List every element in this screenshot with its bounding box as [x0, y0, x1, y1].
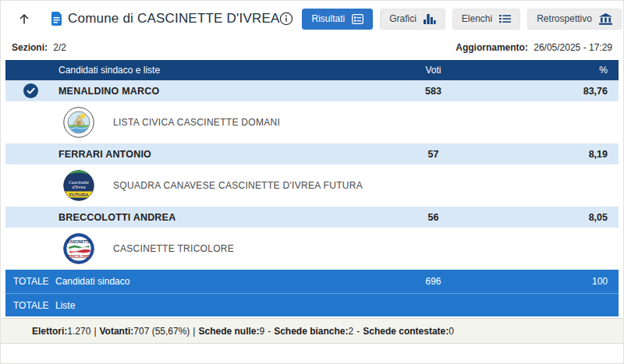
list-name: CASCINETTE TRICOLORE	[113, 243, 234, 254]
sections-counter: Sezioni: 2/2	[12, 42, 66, 53]
contested-ballots-value: 0	[448, 326, 454, 337]
candidate-row-ferrari: FERRARI ANTONIO 57 8,19	[5, 143, 619, 164]
total-label: TOTALE	[5, 276, 55, 287]
party-logo-tricolore: CASCINETTE TRICOLORE	[63, 233, 94, 264]
document-icon	[51, 12, 62, 26]
toolbar: Risultati Grafici Elenchi Retrospettivo …	[279, 9, 624, 30]
logo-top-text: CASCINETTE	[67, 240, 90, 244]
tab-elenchi[interactable]: Elenchi	[452, 9, 520, 30]
last-update-label: Aggiornamento:	[456, 42, 528, 53]
candidate-name: BRECCOLOTTI ANDREA	[55, 212, 357, 223]
logo-band-text: FUTURA	[69, 193, 89, 197]
list-icon	[499, 14, 511, 23]
blank-ballots-label: Schede bianche:	[274, 326, 348, 337]
electors-value: 1.270	[67, 326, 90, 337]
list-name: SQUADRA CANAVESE CASCINETTE D'IVREA FUTU…	[113, 180, 363, 191]
candidate-name: MENALDINO MARCO	[55, 86, 357, 97]
candidate-name: FERRARI ANTONIO	[55, 149, 357, 160]
total-name: Liste	[55, 300, 357, 311]
scroll-top-button[interactable]	[12, 11, 37, 27]
candidate-votes: 583	[357, 86, 509, 97]
sections-value: 2/2	[53, 42, 66, 53]
tab-risultati[interactable]: Risultati	[302, 9, 373, 30]
total-row-candidates: TOTALE Candidati sindaco 696 100	[5, 270, 619, 293]
tab-retrospettivo-label: Retrospettivo	[537, 13, 592, 24]
voters-value: 707 (55,67%)	[133, 326, 190, 337]
candidate-votes: 56	[357, 212, 509, 223]
bank-icon	[599, 13, 612, 25]
page-title: Comune di CASCINETTE D'IVREA	[68, 11, 279, 27]
voters-label: Votanti:	[100, 326, 134, 337]
info-icon[interactable]	[279, 12, 293, 26]
topbar: Comune di CASCINETTE D'IVREA Risultati G…	[1, 1, 623, 37]
results-table: Candidati sindaco e liste Voti % MENALDI…	[5, 60, 619, 316]
null-ballots-label: Schede nulle:	[198, 326, 259, 337]
tab-grafici-label: Grafici	[389, 13, 417, 24]
blank-ballots-value: 2	[349, 326, 354, 337]
list-name: LISTA CIVICA CASCINETTE DOMANI	[113, 117, 280, 128]
total-votes: 696	[357, 276, 509, 287]
electors-label: Elettori:	[32, 326, 67, 337]
total-label: TOTALE	[5, 300, 55, 311]
elected-check-icon	[23, 83, 38, 98]
contested-ballots-label: Schede contestate:	[363, 326, 448, 337]
up-arrow-icon	[18, 12, 30, 25]
list-row-futura: Cascinette d'Ivrea FUTURA SQUADRA CANAVE…	[5, 164, 619, 207]
column-header-percent: %	[509, 65, 619, 76]
separator: -	[268, 326, 271, 337]
logo-bottom-text: TRICOLORE	[68, 255, 89, 259]
list-row-cascinette-domani: LISTA CIVICA CASCINETTE DOMANI	[5, 101, 619, 143]
results-list-icon	[352, 14, 363, 24]
separator: -	[356, 326, 360, 337]
list-row-tricolore: CASCINETTE TRICOLORE CASCINETTE TRICOLOR…	[5, 228, 619, 270]
tab-elenchi-label: Elenchi	[462, 13, 492, 24]
column-header-candidates: Candidati sindaco e liste	[55, 65, 357, 76]
turnout-stats-bar: Elettori: 1.270 | Votanti: 707 (55,67%) …	[1, 318, 623, 344]
tab-grafici[interactable]: Grafici	[380, 9, 445, 30]
last-update-value: 26/05/2025 - 17:29	[534, 42, 612, 53]
candidate-row-menaldino: MENALDINO MARCO 583 83,76	[5, 80, 619, 101]
separator: |	[94, 326, 96, 337]
total-row-lists: TOTALE Liste	[5, 293, 619, 316]
sections-label: Sezioni:	[12, 42, 48, 53]
meta-row: Sezioni: 2/2 Aggiornamento: 26/05/2025 -…	[1, 37, 623, 60]
election-results-page: Comune di CASCINETTE D'IVREA Risultati G…	[0, 0, 624, 364]
elected-badge	[5, 83, 55, 98]
column-header-votes: Voti	[357, 65, 509, 76]
candidate-percent: 8,05	[509, 212, 619, 223]
tab-retrospettivo[interactable]: Retrospettivo	[527, 9, 622, 30]
candidate-percent: 83,76	[509, 86, 619, 97]
separator: |	[193, 326, 195, 337]
table-header-row: Candidati sindaco e liste Voti %	[5, 60, 619, 80]
null-ballots-value: 9	[259, 326, 264, 337]
last-update: Aggiornamento: 26/05/2025 - 17:29	[456, 42, 612, 53]
candidate-percent: 8,19	[509, 149, 619, 160]
logo-script-line2: d'Ivrea	[72, 184, 85, 189]
party-logo-cascinette-domani	[63, 107, 94, 138]
party-logo-futura: Cascinette d'Ivrea FUTURA	[63, 170, 94, 201]
total-percent: 100	[509, 276, 619, 287]
total-name: Candidati sindaco	[55, 276, 357, 287]
candidate-row-breccolotti: BRECCOLOTTI ANDREA 56 8,05	[5, 207, 619, 228]
bar-chart-icon	[424, 13, 436, 24]
tab-risultati-label: Risultati	[311, 13, 345, 24]
candidate-votes: 57	[357, 149, 509, 160]
